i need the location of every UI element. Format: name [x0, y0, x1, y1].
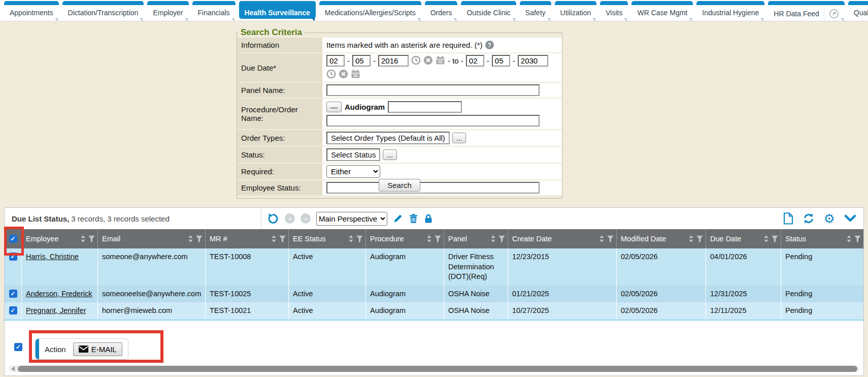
sort-icon[interactable]	[763, 235, 769, 243]
mr-cell: TEST-10025	[206, 286, 289, 303]
tab-utilization[interactable]: Utilization	[555, 1, 597, 19]
column-header-email[interactable]: Email	[98, 229, 206, 248]
sort-icon[interactable]	[426, 235, 432, 243]
column-header-mr[interactable]: MR #	[206, 229, 289, 248]
employee-link[interactable]: Pregnant, Jennifer	[26, 306, 86, 315]
column-header-panel[interactable]: Panel	[444, 229, 508, 248]
filter-icon[interactable]	[498, 235, 506, 243]
due-date-to-day-input[interactable]	[492, 55, 510, 67]
tab-health-surveillance[interactable]: Health Surveillance	[239, 1, 316, 19]
required-select[interactable]: Either	[326, 165, 380, 178]
sort-icon[interactable]	[688, 235, 694, 243]
tab-hr-data-feed[interactable]: HR Data Feed	[768, 1, 844, 19]
tab-orders[interactable]: Orders	[425, 1, 458, 19]
column-header-modified-date[interactable]: Modified Date	[617, 229, 706, 248]
filter-icon[interactable]	[88, 235, 95, 243]
edit-perspective-icon[interactable]	[393, 213, 403, 224]
procedure-order-name-row: Procedure/Order Name: — Audiogram	[237, 99, 562, 130]
due-date-to-month-input[interactable]	[466, 55, 484, 67]
column-header-status[interactable]: Status	[781, 229, 863, 248]
procedure-chip-input[interactable]	[388, 101, 462, 113]
tab-financials[interactable]: Financials	[192, 1, 236, 19]
tab-appointments[interactable]: Appointments	[4, 1, 59, 19]
column-header-procedure[interactable]: Procedure	[366, 229, 444, 248]
tab-safety[interactable]: Safety	[520, 1, 551, 19]
clock-icon[interactable]	[411, 55, 421, 67]
scrollbar-thumb[interactable]	[18, 366, 857, 372]
column-header-employee[interactable]: Employee	[22, 229, 98, 248]
perspective-select[interactable]: Main Perspective	[316, 212, 387, 226]
status-more-button[interactable]: ...	[383, 149, 397, 160]
email-button[interactable]: E-MAIL	[73, 342, 122, 356]
search-criteria-legend: Search Criteria	[238, 27, 305, 38]
tab-medications-allergies-scripts[interactable]: Medications/Allergies/Scripts	[319, 1, 421, 19]
procedure-order-name-input[interactable]	[326, 115, 540, 127]
external-link-icon[interactable]	[824, 9, 839, 20]
tab-quality-of[interactable]: Quality of	[848, 1, 868, 19]
filter-icon[interactable]	[854, 235, 861, 243]
calendar-icon[interactable]	[351, 69, 360, 80]
lock-perspective-icon[interactable]	[424, 213, 433, 224]
sort-icon[interactable]	[271, 235, 277, 243]
due-date-to-year-input[interactable]	[518, 55, 548, 67]
filter-icon[interactable]	[607, 235, 614, 243]
refresh-icon[interactable]	[803, 212, 815, 225]
filter-icon[interactable]	[771, 235, 779, 243]
due-date-from-year-input[interactable]	[378, 55, 409, 67]
due-date-cell: 04/01/2026	[706, 248, 781, 286]
ee-status-cell: Active	[289, 302, 366, 320]
sort-icon[interactable]	[490, 235, 496, 243]
sort-icon[interactable]	[188, 235, 193, 243]
tab-dictation-transcription[interactable]: Dictation/Transcription	[62, 1, 144, 19]
tab-visits[interactable]: Visits	[600, 1, 628, 19]
select-all-checkbox[interactable]	[9, 235, 17, 243]
clock-icon[interactable]	[326, 69, 336, 80]
employee-link[interactable]: Anderson, Frederick	[26, 290, 92, 298]
order-types-more-button[interactable]: ...	[452, 133, 466, 143]
row-checkbox[interactable]	[9, 253, 17, 261]
search-button[interactable]: Search	[379, 179, 420, 192]
collapse-procedure-button[interactable]: —	[326, 102, 342, 112]
filter-icon[interactable]	[279, 235, 286, 243]
tab-outside-clinic[interactable]: Outside Clinic	[461, 1, 516, 19]
column-header-create-date[interactable]: Create Date	[508, 229, 617, 248]
status-value[interactable]: Select Status	[326, 148, 380, 161]
sort-icon[interactable]	[599, 235, 605, 243]
filter-icon[interactable]	[696, 235, 704, 243]
column-header-due-date[interactable]: Due Date	[706, 229, 781, 248]
due-date-from-day-input[interactable]	[352, 55, 371, 67]
filter-icon[interactable]	[356, 235, 363, 243]
sort-icon[interactable]	[80, 235, 86, 243]
footer-select-checkbox[interactable]	[14, 343, 22, 351]
help-icon[interactable]	[485, 41, 494, 49]
sort-icon[interactable]	[846, 235, 852, 243]
clear-date-icon[interactable]	[423, 55, 433, 67]
row-checkbox[interactable]	[9, 306, 17, 315]
scroll-left-icon[interactable]	[11, 366, 15, 371]
panel-cell: OSHA Noise	[444, 286, 508, 303]
panel-name-label: Panel Name:	[237, 83, 322, 98]
horizontal-scrollbar[interactable]	[9, 365, 859, 372]
panel-name-input[interactable]	[326, 84, 540, 96]
tab-industrial-hygiene[interactable]: Industrial Hygiene	[696, 1, 764, 19]
mr-cell: TEST-10021	[206, 302, 289, 320]
tab-employer[interactable]: Employer	[147, 1, 188, 19]
tab-wr-case-mgmt[interactable]: WR Case Mgmt	[631, 1, 693, 19]
order-types-value[interactable]: Select Order Types (Default is All)	[326, 132, 450, 144]
previous-icon[interactable]	[285, 213, 295, 224]
filter-icon[interactable]	[195, 235, 203, 243]
new-document-icon[interactable]	[783, 212, 793, 225]
row-checkbox[interactable]	[9, 290, 17, 298]
settings-gear-icon[interactable]	[824, 213, 835, 224]
delete-perspective-icon[interactable]	[409, 213, 418, 224]
filter-icon[interactable]	[434, 235, 442, 243]
due-date-from-month-input[interactable]	[326, 55, 345, 67]
column-header-ee-status[interactable]: EE Status	[289, 229, 366, 248]
undo-icon[interactable]	[267, 212, 279, 225]
next-icon[interactable]	[301, 213, 311, 224]
employee-link[interactable]: Harris, Christine	[26, 253, 79, 261]
collapse-chevron-icon[interactable]	[844, 214, 856, 223]
clear-date-icon[interactable]	[339, 69, 348, 80]
calendar-icon[interactable]	[436, 55, 445, 67]
sort-icon[interactable]	[348, 235, 354, 243]
